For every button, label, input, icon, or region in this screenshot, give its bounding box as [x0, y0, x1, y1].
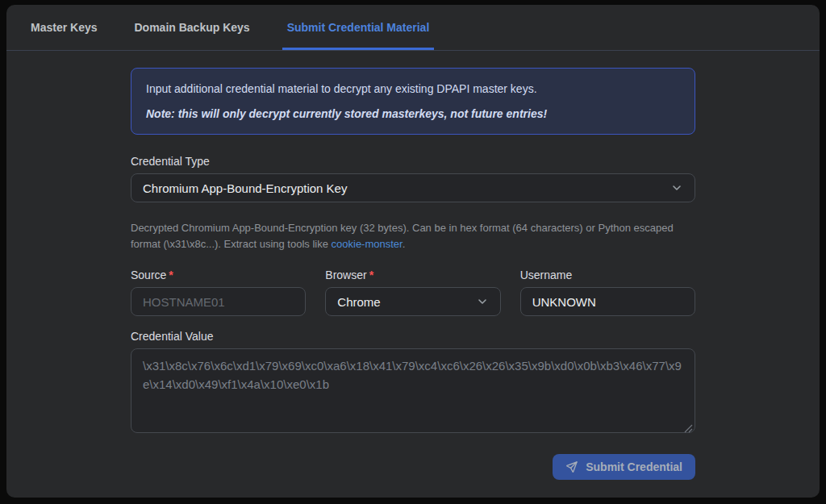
- credential-value-textarea[interactable]: [131, 348, 695, 433]
- source-field-group: Source*: [131, 269, 306, 316]
- info-alert-text: Input additional credential material to …: [146, 81, 680, 96]
- credential-type-description: Decrypted Chromium App-Bound-Encryption …: [131, 220, 695, 252]
- username-field-group: Username: [520, 269, 695, 316]
- submit-credential-panel: Master Keys Domain Backup Keys Submit Cr…: [6, 5, 820, 498]
- submit-credential-label: Submit Credential: [586, 460, 682, 473]
- username-label: Username: [520, 269, 695, 281]
- credential-value-wrap: [131, 348, 695, 433]
- browser-label-text: Browser: [325, 269, 366, 281]
- chevron-down-icon: [476, 295, 489, 308]
- info-alert-note: Note: this will only decrypt currently s…: [146, 106, 680, 121]
- browser-required-asterisk: *: [369, 269, 373, 281]
- credential-type-select[interactable]: Chromium App-Bound-Encryption Key: [131, 173, 695, 202]
- source-label: Source*: [131, 269, 306, 281]
- browser-select[interactable]: Chrome: [325, 287, 500, 316]
- fields-row: Source* Browser* Chrome U: [131, 269, 695, 316]
- cookie-monster-link[interactable]: cookie-monster: [332, 238, 403, 250]
- source-required-asterisk: *: [169, 269, 173, 281]
- send-icon: [565, 460, 578, 473]
- credential-type-value: Chromium App-Bound-Encryption Key: [143, 181, 347, 195]
- tab-master-keys[interactable]: Master Keys: [26, 5, 102, 50]
- source-input[interactable]: [131, 287, 306, 316]
- chevron-down-icon: [670, 181, 683, 194]
- info-alert: Input additional credential material to …: [131, 68, 695, 135]
- source-label-text: Source: [131, 269, 166, 281]
- browser-field-group: Browser* Chrome: [325, 269, 500, 316]
- browser-label: Browser*: [325, 269, 500, 281]
- tab-bar: Master Keys Domain Backup Keys Submit Cr…: [6, 5, 820, 51]
- button-row: Submit Credential: [131, 454, 695, 480]
- browser-value: Chrome: [337, 295, 380, 309]
- form-content: Input additional credential material to …: [131, 51, 695, 480]
- credential-type-label: Credential Type: [131, 155, 695, 168]
- submit-credential-button[interactable]: Submit Credential: [553, 454, 695, 480]
- credential-value-label: Credential Value: [131, 330, 695, 343]
- description-text-end: .: [403, 238, 406, 250]
- tab-domain-backup-keys[interactable]: Domain Backup Keys: [130, 5, 255, 50]
- tab-submit-credential-material[interactable]: Submit Credential Material: [282, 5, 435, 50]
- username-input[interactable]: [520, 287, 695, 316]
